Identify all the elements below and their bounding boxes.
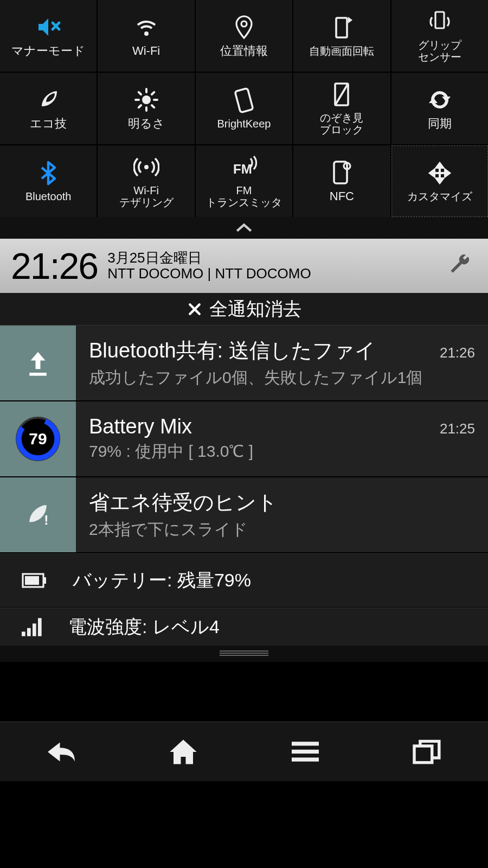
svg-rect-24	[414, 746, 432, 763]
date-label: 3月25日金曜日	[107, 250, 311, 266]
qs-tile-wifi-tether[interactable]: Wi-Fi テザリング	[98, 145, 194, 217]
close-icon	[187, 301, 203, 317]
settings-button[interactable]	[448, 253, 472, 279]
svg-text:FM: FM	[233, 162, 252, 176]
notification-item[interactable]: 79 Battery Mix 21:25 79% : 使用中 [ 13.0℃ ]	[0, 401, 488, 477]
qs-label: Bluetooth	[25, 190, 72, 202]
grip-icon	[427, 9, 453, 35]
battery-mix-icon: 79	[15, 416, 61, 462]
wifi-icon	[133, 14, 159, 40]
svg-rect-22	[292, 749, 319, 753]
qs-tile-brightness[interactable]: 明るさ	[98, 73, 194, 144]
drag-handle-lines	[220, 650, 268, 657]
qs-label: エコ技	[30, 117, 67, 130]
qs-tile-nfc[interactable]: NFC	[293, 145, 390, 217]
notification-time: 21:25	[440, 420, 475, 437]
notification-icon-area: 79	[0, 401, 76, 476]
qs-label: FM トランスミッタ	[206, 184, 282, 208]
recent-apps-icon	[413, 739, 442, 765]
qs-tile-location[interactable]: 位置情報	[196, 0, 292, 72]
battery-icon	[22, 572, 48, 589]
qs-label: 自動画面回転	[309, 45, 374, 57]
customize-icon	[427, 160, 453, 186]
bluetooth-icon	[35, 160, 61, 186]
qs-tile-grip-sensor[interactable]: グリップ センサー	[391, 0, 488, 72]
clock-time: 21:26	[11, 245, 98, 287]
qs-tile-fm-transmitter[interactable]: FM FM トランスミッタ	[196, 145, 292, 217]
status-text: バッテリー: 残量79%	[73, 568, 251, 593]
qs-tile-bluetooth[interactable]: Bluetooth	[0, 145, 97, 217]
qs-label: グリップ センサー	[418, 39, 461, 63]
svg-rect-17	[22, 631, 25, 636]
home-icon	[169, 738, 198, 765]
qs-tile-sync[interactable]: 同期	[391, 73, 488, 144]
status-row-signal[interactable]: 電波強度: レベル4	[0, 608, 488, 646]
notification-time: 21:26	[440, 344, 475, 361]
chevron-up-icon	[235, 222, 253, 233]
status-row-battery[interactable]: バッテリー: 残量79%	[0, 553, 488, 608]
qs-label: Wi-Fi テザリング	[119, 184, 174, 208]
qs-label: NFC	[330, 190, 354, 203]
brightkeep-icon	[231, 87, 257, 113]
quick-settings-grid: マナーモード Wi-Fi 位置情報 自動画面回転 グリップ センサー エコ技 明…	[0, 0, 488, 217]
notification-subtitle: 2本指で下にスライド	[89, 519, 475, 541]
empty-area	[0, 662, 488, 722]
qs-tile-manner-mode[interactable]: マナーモード	[0, 0, 97, 72]
svg-point-0	[241, 21, 247, 27]
qs-tile-peek-block[interactable]: のぞき見 ブロック	[293, 73, 390, 144]
brightness-icon	[133, 87, 159, 113]
clear-all-label: 全通知消去	[209, 297, 301, 322]
notification-item[interactable]: ! 省エネ待受のヒント 2本指で下にスライド	[0, 477, 488, 553]
wrench-icon	[448, 253, 472, 277]
qs-label: 位置情報	[220, 44, 268, 58]
svg-rect-2	[435, 12, 444, 28]
qs-label: 明るさ	[128, 117, 165, 130]
notification-icon-area	[0, 326, 76, 400]
notification-icon-area: !	[0, 477, 76, 552]
menu-icon	[292, 741, 319, 763]
svg-rect-18	[27, 628, 31, 636]
qs-label: Wi-Fi	[132, 44, 160, 58]
svg-point-6	[144, 165, 149, 169]
back-icon	[45, 739, 78, 765]
nav-back-button[interactable]	[40, 736, 83, 768]
collapse-quick-settings[interactable]	[0, 217, 488, 239]
status-header: 21:26 3月25日金曜日 NTT DOCOMO | NTT DOCOMO	[0, 239, 488, 293]
svg-rect-21	[292, 742, 319, 745]
svg-text:!: !	[44, 513, 48, 527]
qs-label: BrightKeep	[217, 118, 271, 130]
qs-tile-customize[interactable]: カスタマイズ	[391, 145, 488, 217]
qs-tile-auto-rotate[interactable]: 自動画面回転	[293, 0, 390, 72]
notification-item[interactable]: Bluetooth共有: 送信したファイ 21:26 成功したファイル0個、失敗…	[0, 326, 488, 401]
notification-title: 省エネ待受のヒント	[89, 489, 475, 516]
nav-home-button[interactable]	[162, 736, 205, 768]
notification-title: Bluetooth共有: 送信したファイ	[89, 337, 433, 365]
notification-subtitle: 成功したファイル0個、失敗したファイル1個	[89, 367, 475, 389]
svg-rect-20	[38, 618, 42, 636]
qs-tile-brightkeep[interactable]: BrightKeep	[196, 73, 292, 144]
svg-rect-16	[25, 576, 39, 585]
svg-rect-23	[292, 757, 319, 761]
location-icon	[231, 14, 257, 40]
qs-tile-eco[interactable]: エコ技	[0, 73, 97, 144]
qs-tile-wifi[interactable]: Wi-Fi	[98, 0, 194, 72]
battery-mix-percent: 79	[15, 416, 61, 462]
svg-rect-4	[235, 88, 253, 113]
rotate-icon	[329, 15, 355, 41]
clear-all-notifications[interactable]: 全通知消去	[0, 293, 488, 326]
nav-menu-button[interactable]	[284, 736, 327, 768]
carrier-label: NTT DOCOMO | NTT DOCOMO	[107, 266, 311, 282]
eco-hint-icon: !	[23, 500, 53, 529]
qs-label: マナーモード	[11, 44, 85, 58]
svg-rect-15	[43, 577, 46, 584]
sync-icon	[427, 87, 453, 113]
panel-drag-handle[interactable]	[0, 646, 488, 662]
svg-rect-19	[33, 623, 36, 636]
svg-rect-10	[29, 373, 47, 376]
qs-label: カスタマイズ	[407, 190, 472, 202]
upload-icon	[23, 348, 53, 378]
svg-point-3	[142, 95, 151, 104]
qs-label: のぞき見 ブロック	[320, 112, 363, 136]
svg-rect-8	[334, 162, 347, 183]
nav-recent-button[interactable]	[406, 736, 449, 768]
